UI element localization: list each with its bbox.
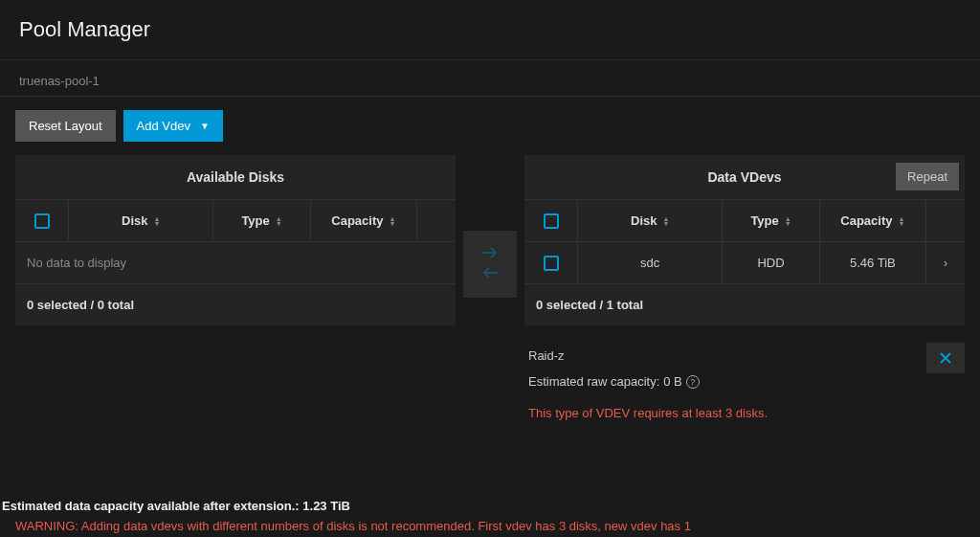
vdevs-col-type[interactable]: Type ▲▼ [723,200,819,241]
row-disk: sdc [578,242,723,283]
available-select-all-checkbox[interactable] [34,213,50,229]
est-cap-label: Estimated raw capacity: [528,374,659,389]
available-select-all-cell [15,200,69,241]
est-cap-value: 0 B [663,374,682,389]
vdevs-select-all-checkbox[interactable] [544,213,559,229]
data-vdevs-panel: Data VDevs Repeat Disk ▲▼ Type ▲▼ Capaci… [524,155,965,325]
help-icon[interactable]: ? [686,375,700,389]
page-title: Pool Manager [19,17,961,42]
action-button-row: Reset Layout Add Vdev ▼ [0,97,980,155]
data-vdevs-header: Data VDevs Repeat [524,155,965,199]
available-empty-row: No data to display [15,242,456,284]
main-area: Available Disks Disk ▲▼ Type ▲▼ Capacity… [0,155,980,325]
estimated-raw-capacity: Estimated raw capacity: 0 B ? [528,374,980,389]
move-right-button[interactable] [480,245,500,263]
transfer-controls [463,231,517,298]
remove-vdev-button[interactable] [926,343,965,373]
sort-icon: ▲▼ [389,216,395,226]
sort-icon: ▲▼ [898,216,904,226]
available-col-capacity[interactable]: Capacity ▲▼ [311,200,417,241]
vdevs-col-capacity[interactable]: Capacity ▲▼ [820,200,926,241]
row-checkbox[interactable] [544,256,559,271]
sort-icon: ▲▼ [785,216,791,226]
pool-name-field[interactable]: truenas-pool-1 [0,60,980,97]
add-vdev-label: Add Vdev [137,119,190,133]
arrow-right-icon [480,245,500,260]
sort-icon: ▲▼ [153,216,160,226]
add-vdev-button[interactable]: Add Vdev ▼ [123,110,223,142]
repeat-button[interactable]: Repeat [896,163,959,190]
available-footer: 0 selected / 0 total [15,284,456,325]
vdevs-col-expand [926,200,965,241]
data-vdevs-table: Disk ▲▼ Type ▲▼ Capacity ▲▼ sdc HDD [524,199,965,325]
chevron-right-icon: › [944,257,947,270]
vdevs-table-header: Disk ▲▼ Type ▲▼ Capacity ▲▼ [524,200,965,242]
estimated-data-capacity: Estimated data capacity available after … [0,499,980,519]
row-select-cell [524,242,578,283]
available-disks-header: Available Disks [15,155,456,199]
available-col-disk[interactable]: Disk ▲▼ [69,200,213,241]
vdev-disk-count-warning: This type of VDEV requires at least 3 di… [528,406,980,420]
move-left-button[interactable] [480,265,500,283]
vdevs-select-all-cell [524,200,578,241]
bottom-summary: Estimated data capacity available after … [0,499,980,537]
available-disks-panel: Available Disks Disk ▲▼ Type ▲▼ Capacity… [15,155,456,325]
vdevs-col-disk[interactable]: Disk ▲▼ [578,200,723,241]
data-vdevs-title: Data VDevs [707,169,781,185]
available-col-spacer [417,200,456,241]
row-expand[interactable]: › [926,242,965,283]
sort-icon: ▲▼ [662,216,669,226]
vdevs-footer: 0 selected / 1 total [524,284,965,325]
raid-type-select[interactable]: Raid-z [528,348,980,363]
arrow-left-icon [480,265,500,280]
available-disks-title: Available Disks [187,169,284,185]
available-disks-table: Disk ▲▼ Type ▲▼ Capacity ▲▼ No data to d… [15,199,456,325]
page-header: Pool Manager [0,0,980,60]
table-row: sdc HDD 5.46 TiB › [524,242,965,284]
vdev-meta: Raid-z Estimated raw capacity: 0 B ? Thi… [0,325,980,420]
available-col-type[interactable]: Type ▲▼ [213,200,310,241]
close-icon [938,350,953,366]
reset-layout-button[interactable]: Reset Layout [15,110,116,142]
caret-down-icon: ▼ [200,121,210,131]
row-capacity: 5.46 TiB [820,242,926,283]
row-type: HDD [723,242,819,283]
available-table-header: Disk ▲▼ Type ▲▼ Capacity ▲▼ [15,200,456,242]
mismatched-vdev-warning: WARNING: Adding data vdevs with differen… [0,519,980,533]
sort-icon: ▲▼ [276,216,282,226]
